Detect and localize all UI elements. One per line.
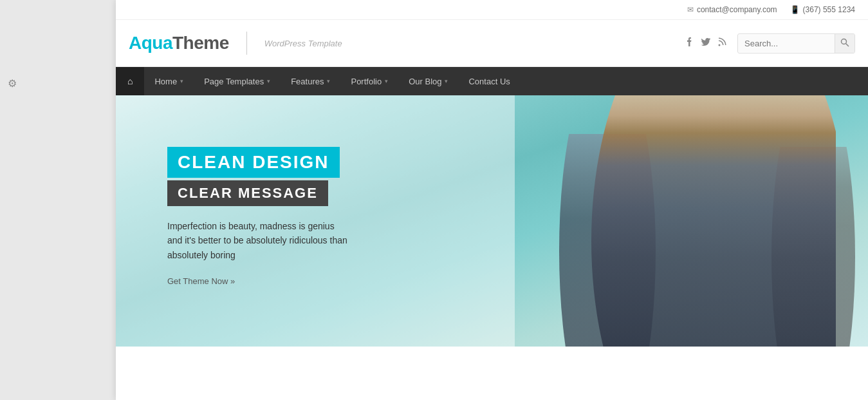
nav-label-portfolio: Portfolio [351, 77, 382, 86]
logo-area: AquaTheme WordPress Template [129, 32, 342, 55]
home-icon: ⌂ [127, 76, 133, 86]
nav-item-page-templates[interactable]: Page Templates ▾ [194, 68, 281, 95]
hero-section: CLEAN DESIGN CLEAR MESSAGE Imperfection … [116, 95, 868, 347]
twitter-icon[interactable] [701, 37, 711, 50]
logo-aqua: Aqua [129, 33, 172, 53]
phone-icon: 📱 [790, 5, 800, 14]
logo[interactable]: AquaTheme [129, 33, 229, 53]
search-box[interactable] [737, 33, 855, 53]
nav-label-contact-us: Contact Us [468, 77, 510, 86]
nav-arrow-our-blog: ▾ [445, 78, 448, 84]
search-button[interactable] [835, 34, 854, 53]
nav-item-home[interactable]: Home ▾ [144, 68, 194, 95]
logo-tagline: WordPress Template [264, 39, 342, 48]
nav-label-home: Home [154, 77, 177, 86]
hero-content: CLEAN DESIGN CLEAR MESSAGE Imperfection … [167, 147, 347, 287]
social-icons [684, 37, 728, 50]
nav-label-page-templates: Page Templates [204, 77, 264, 86]
nav-item-features[interactable]: Features ▾ [281, 68, 340, 95]
nav-label-features: Features [291, 77, 324, 86]
site-header: AquaTheme WordPress Template [116, 20, 868, 67]
nav-arrow-portfolio: ▾ [385, 78, 388, 84]
hero-cta-button[interactable]: Get Theme Now » [167, 276, 235, 286]
logo-theme: Theme [172, 33, 229, 53]
hero-title-1: CLEAN DESIGN [167, 147, 340, 178]
nav-home-button[interactable]: ⌂ [116, 67, 144, 95]
person-main-silhouette [578, 95, 836, 347]
email-address: contact@company.com [697, 5, 777, 14]
top-bar: ✉ contact@company.com 📱 (367) 555 1234 [116, 0, 868, 20]
svg-point-0 [719, 44, 721, 46]
hero-title-2: CLEAR MESSAGE [167, 180, 328, 206]
header-right [684, 33, 855, 53]
nav-item-contact-us[interactable]: Contact Us [458, 68, 520, 95]
rss-icon[interactable] [717, 37, 728, 50]
svg-point-1 [842, 39, 847, 44]
nav-arrow-page-templates: ▾ [267, 78, 270, 84]
svg-line-2 [846, 43, 849, 46]
email-icon: ✉ [687, 5, 694, 14]
nav-arrow-features: ▾ [327, 78, 330, 84]
hero-description: Imperfection is beauty, madness is geniu… [167, 219, 347, 262]
logo-divider [246, 32, 247, 55]
nav-item-portfolio[interactable]: Portfolio ▾ [340, 68, 398, 95]
nav-label-our-blog: Our Blog [409, 77, 441, 86]
phone-number: (367) 555 1234 [803, 5, 855, 14]
nav-arrow-home: ▾ [180, 78, 183, 84]
main-nav: ⌂ Home ▾ Page Templates ▾ Features ▾ Por… [116, 67, 868, 95]
facebook-icon[interactable] [684, 37, 694, 50]
phone-contact: 📱 (367) 555 1234 [790, 5, 855, 14]
nav-item-our-blog[interactable]: Our Blog ▾ [398, 68, 458, 95]
search-input[interactable] [738, 35, 835, 52]
email-contact: ✉ contact@company.com [687, 5, 777, 14]
